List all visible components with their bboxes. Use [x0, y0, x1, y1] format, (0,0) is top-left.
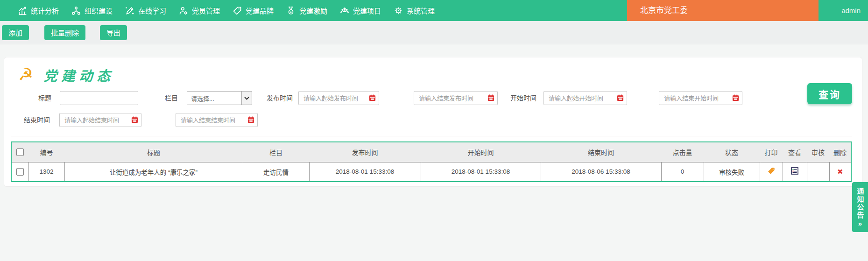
nav-item-label: 在线学习	[138, 6, 166, 15]
publish-start-field	[298, 91, 379, 105]
bar-chart-icon	[18, 6, 27, 15]
end-start-field	[59, 113, 141, 127]
col-header-audit: 审核	[807, 142, 829, 162]
nav-item-project[interactable]: 党建项目	[340, 6, 381, 15]
user-gear-icon	[179, 6, 188, 15]
calendar-icon[interactable]	[732, 94, 739, 103]
calendar-icon[interactable]	[369, 94, 376, 103]
col-header-title: 标题	[64, 142, 243, 162]
table-header-row: 编号 标题 栏目 发布时间 开始时间 结束时间 点击量 状态 打印 查看 审核 …	[12, 142, 851, 162]
action-toolbar: 添加 批量删除 导出	[0, 21, 868, 44]
medal-icon	[286, 6, 296, 15]
col-header-start-time: 开始时间	[421, 142, 541, 162]
start-end-input[interactable]	[659, 91, 742, 105]
col-header-view: 查看	[783, 142, 807, 162]
current-user[interactable]: admin	[841, 0, 861, 21]
print-tag-icon[interactable]	[767, 167, 775, 176]
end-start-input[interactable]	[59, 113, 141, 127]
notice-announcement-tab[interactable]: 通知公告 »	[852, 182, 868, 232]
nav-item-brand[interactable]: 党建品牌	[233, 6, 274, 15]
tenant-label[interactable]: 北京市党工委	[627, 0, 819, 21]
cell-start-time: 2018-08-01 15:33:08	[421, 162, 541, 181]
view-form-icon[interactable]	[791, 167, 798, 176]
start-start-input[interactable]	[543, 91, 627, 105]
gear-icon	[394, 6, 403, 15]
col-header-publish-time: 发布时间	[309, 142, 421, 162]
nav-item-system[interactable]: 系统管理	[394, 6, 435, 15]
select-all-checkbox[interactable]	[16, 148, 24, 156]
nav-item-statistics[interactable]: 统计分析	[18, 6, 59, 15]
batch-delete-button[interactable]: 批量删除	[44, 25, 85, 40]
nav-item-label: 组织建设	[85, 6, 113, 15]
records-table: 编号 标题 栏目 发布时间 开始时间 结束时间 点击量 状态 打印 查看 审核 …	[11, 141, 852, 182]
user-group-icon	[340, 6, 349, 15]
cell-column: 走访民情	[243, 162, 309, 181]
column-filter-label: 栏目	[165, 91, 178, 105]
nav-item-organization[interactable]: 组织建设	[71, 6, 113, 15]
row-checkbox[interactable]	[16, 168, 24, 176]
party-emblem-icon: ☭	[18, 65, 33, 84]
col-header-delete: 删除	[829, 142, 851, 162]
nav-item-label: 党建激励	[299, 6, 327, 15]
title-filter-label: 标题	[38, 91, 51, 105]
end-end-field	[176, 113, 258, 127]
publish-time-label: 发布时间	[267, 91, 293, 105]
nav-item-online-study[interactable]: 在线学习	[125, 6, 166, 15]
nav-item-label: 党员管理	[192, 6, 220, 15]
delete-x-icon[interactable]: ✖	[837, 168, 843, 176]
cell-title: 让街道成为老年人的 “康乐之家”	[64, 162, 243, 181]
table-row: 1302 让街道成为老年人的 “康乐之家” 走访民情 2018-08-01 15…	[12, 162, 851, 181]
start-time-label: 开始时间	[510, 91, 536, 105]
publish-end-field	[414, 91, 498, 105]
nav-item-label: 党建项目	[353, 6, 381, 15]
title-filter-input[interactable]	[60, 91, 138, 105]
page-title-row: ☭ 党建动态	[18, 65, 114, 85]
content-card: ☭ 党建动态 标题 栏目 请选择... 发布时间 开始时间 结束时间 查询	[4, 57, 862, 187]
nav-item-label: 党建品牌	[246, 6, 274, 15]
nav-item-label: 系统管理	[407, 6, 435, 15]
publish-start-input[interactable]	[298, 91, 379, 105]
form-table-divider	[11, 136, 852, 136]
cell-end-time: 2018-08-06 15:33:08	[541, 162, 661, 181]
cell-status: 审核失败	[704, 162, 760, 181]
col-header-end-time: 结束时间	[541, 142, 661, 162]
top-navbar: 统计分析 组织建设 在线学习 党员管理 党建品牌 党建激励 党建项目 系统管理 …	[0, 0, 868, 21]
nav-item-incentive[interactable]: 党建激励	[286, 6, 327, 15]
page-title: 党建动态	[43, 65, 114, 85]
nav-item-member-management[interactable]: 党员管理	[179, 6, 220, 15]
calendar-icon[interactable]	[247, 116, 254, 125]
col-header-clicks: 点击量	[661, 142, 704, 162]
col-header-status: 状态	[704, 142, 760, 162]
col-header-print: 打印	[760, 142, 783, 162]
nav-item-label: 统计分析	[31, 6, 59, 15]
cell-publish-time: 2018-08-01 15:33:08	[309, 162, 421, 181]
double-chevron-right-icon: »	[858, 220, 862, 227]
chevron-down-icon	[241, 92, 252, 105]
calendar-icon[interactable]	[487, 94, 494, 103]
start-end-field	[659, 91, 742, 105]
org-structure-icon	[71, 6, 81, 15]
notice-tab-label: 通知公告	[855, 188, 865, 219]
end-time-label: 结束时间	[24, 113, 50, 127]
calendar-icon[interactable]	[131, 116, 138, 125]
cell-clicks: 0	[661, 162, 704, 181]
column-select[interactable]: 请选择...	[187, 91, 252, 105]
pencil-icon	[125, 6, 134, 15]
end-end-input[interactable]	[176, 113, 258, 127]
cell-id: 1302	[28, 162, 64, 181]
start-start-field	[543, 91, 627, 105]
export-button[interactable]: 导出	[100, 25, 127, 40]
cell-audit	[807, 162, 829, 181]
calendar-icon[interactable]	[617, 94, 624, 103]
col-header-id: 编号	[28, 142, 64, 162]
tag-icon	[233, 6, 242, 15]
publish-end-input[interactable]	[414, 91, 498, 105]
add-button[interactable]: 添加	[2, 25, 29, 40]
column-select-value: 请选择...	[187, 94, 241, 103]
col-header-column: 栏目	[243, 142, 309, 162]
search-button[interactable]: 查询	[807, 83, 852, 104]
